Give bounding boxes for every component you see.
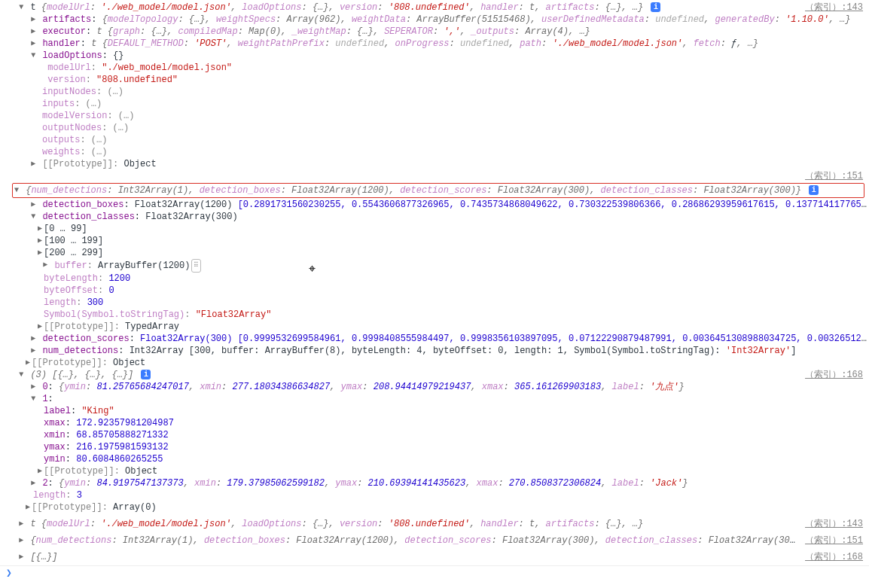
console-row: modelVersion: (…) <box>0 110 869 122</box>
disclosure-right-icon[interactable]: ▶ <box>29 345 37 357</box>
console-row: version: "808.undefined" <box>0 74 869 86</box>
disclosure-right-icon[interactable]: ▶ <box>29 26 37 38</box>
console-row: xmax: 172.92357981204987 <box>0 417 869 429</box>
memory-icon[interactable]: ⠿ <box>191 259 201 273</box>
source-link[interactable]: （索引）:151 <box>799 535 869 547</box>
disclosure-right-icon[interactable]: ▶ <box>29 38 37 50</box>
console-row[interactable]: ▶ detection_scores: Float32Array(300) [0… <box>0 333 869 345</box>
console-row[interactable]: ▶[100 … 199] <box>0 235 869 247</box>
source-link[interactable]: （索引）:143 <box>799 2 869 14</box>
console-row: xmin: 68.85705888271332 <box>0 429 869 441</box>
disclosure-right-icon[interactable]: ▶ <box>29 381 37 393</box>
source-link[interactable]: （索引）:143 <box>799 518 869 530</box>
console-row[interactable]: ▶ [{…}] （索引）:168 <box>0 551 869 563</box>
disclosure-right-icon[interactable]: ▶ <box>17 535 25 547</box>
console-row[interactable]: ▶ [[Prototype]]: Object <box>0 158 869 170</box>
console-row: inputNodes: (…) <box>0 86 869 98</box>
console-row: inputs: (…) <box>0 98 869 110</box>
console-row[interactable]: ▶ 2: {ymin: 84.9197547137373, xmin: 179.… <box>0 477 869 489</box>
disclosure-right-icon[interactable]: ▶ <box>29 199 37 211</box>
console-row: outputs: (…) <box>0 134 869 146</box>
console-row: length: 300 <box>0 297 869 309</box>
console-row[interactable]: ▶ executor: t {graph: {…}, compiledMap: … <box>0 26 869 38</box>
console-row[interactable]: ▶[0 … 99] <box>0 223 869 235</box>
disclosure-right-icon[interactable]: ▶ <box>24 501 32 513</box>
console-row[interactable]: ▼ 1: <box>0 393 869 405</box>
console-row[interactable]: ▶[[Prototype]]: Array(0) <box>0 501 869 513</box>
disclosure-right-icon[interactable]: ▶ <box>36 321 44 333</box>
disclosure-down-icon[interactable]: ▼ <box>13 184 20 197</box>
console-row: Symbol(Symbol.toStringTag): "Float32Arra… <box>0 309 869 321</box>
console-row[interactable]: ▶ t {modelUrl: './web_model/model.json',… <box>0 518 869 530</box>
disclosure-down-icon[interactable]: ▼ <box>17 369 25 381</box>
console-row: outputNodes: (…) <box>0 122 869 134</box>
console-row[interactable]: ▶ artifacts: {modelTopology: {…}, weight… <box>0 14 869 26</box>
console-row[interactable]: ▶ detection_boxes: Float32Array(1200) [0… <box>0 199 869 211</box>
highlighted-object: ▼ {num_detections: Int32Array(1), detect… <box>12 183 864 198</box>
console-row[interactable]: ▼ loadOptions: {} <box>0 50 869 62</box>
disclosure-right-icon[interactable]: ▶ <box>36 247 44 259</box>
info-icon[interactable]: i <box>651 2 660 12</box>
console-prompt[interactable]: ❯ <box>0 565 869 581</box>
disclosure-right-icon[interactable]: ▶ <box>41 259 49 271</box>
console-row: ymin: 80.6084860265255 <box>0 453 869 465</box>
source-link[interactable]: （索引）:151 <box>799 170 869 182</box>
console-row: byteOffset: 0 <box>0 285 869 297</box>
console-row: （索引）:151 <box>0 170 869 182</box>
console-row: length: 3 <box>0 489 869 501</box>
disclosure-right-icon[interactable]: ▶ <box>36 223 44 235</box>
disclosure-down-icon[interactable]: ▼ <box>29 50 37 62</box>
console-row: ymax: 216.1975981593132 <box>0 441 869 453</box>
disclosure-down-icon[interactable]: ▼ <box>29 211 37 223</box>
console-row[interactable]: ▼ {num_detections: Int32Array(1), detect… <box>13 184 864 197</box>
disclosure-right-icon[interactable]: ▶ <box>29 477 37 489</box>
disclosure-right-icon[interactable]: ▶ <box>17 518 25 530</box>
console-row[interactable]: ▼ t {modelUrl: './web_model/model.json',… <box>0 2 869 14</box>
console-row[interactable]: ▼ detection_classes: Float32Array(300) <box>0 211 869 223</box>
disclosure-right-icon[interactable]: ▶ <box>24 357 32 369</box>
console-row[interactable]: ▶[200 … 299] <box>0 247 869 259</box>
console-row: label: "King" <box>0 405 869 417</box>
disclosure-right-icon[interactable]: ▶ <box>17 551 25 563</box>
console-row[interactable]: ▶ 0: {ymin: 81.25765684247017, xmin: 277… <box>0 381 869 393</box>
console-row[interactable]: ▼ (3) [{…}, {…}, {…}] i （索引）:168 <box>0 369 869 381</box>
source-link[interactable]: （索引）:168 <box>799 369 869 381</box>
console-row[interactable]: ▶ handler: t {DEFAULT_METHOD: 'POST', we… <box>0 38 869 50</box>
disclosure-right-icon[interactable]: ▶ <box>29 158 37 170</box>
disclosure-right-icon[interactable]: ▶ <box>36 465 44 477</box>
disclosure-right-icon[interactable]: ▶ <box>36 235 44 247</box>
source-link[interactable]: （索引）:168 <box>799 551 869 563</box>
prompt-icon: ❯ <box>6 568 12 579</box>
info-icon[interactable]: i <box>141 370 151 379</box>
console-row[interactable]: ▶ num_detections: Int32Array [300, buffe… <box>0 345 869 357</box>
console-row[interactable]: ▶[[Prototype]]: TypedArray <box>0 321 869 333</box>
disclosure-down-icon[interactable]: ▼ <box>17 2 25 14</box>
console-row[interactable]: ▶[[Prototype]]: Object <box>0 465 869 477</box>
info-icon[interactable]: i <box>809 185 819 195</box>
console-row: modelUrl: "./web_model/model.json" <box>0 62 869 74</box>
console-row: weights: (…) <box>0 146 869 158</box>
console-row: byteLength: 1200 <box>0 273 869 285</box>
disclosure-right-icon[interactable]: ▶ <box>29 14 37 26</box>
disclosure-right-icon[interactable]: ▶ <box>29 333 37 345</box>
disclosure-down-icon[interactable]: ▼ <box>29 393 37 405</box>
console-row[interactable]: ▶[[Prototype]]: Object <box>0 357 869 369</box>
console-row[interactable]: ▶ {num_detections: Int32Array(1), detect… <box>0 535 869 547</box>
console-row[interactable]: ▶ buffer: ArrayBuffer(1200)⠿ <box>0 259 869 273</box>
